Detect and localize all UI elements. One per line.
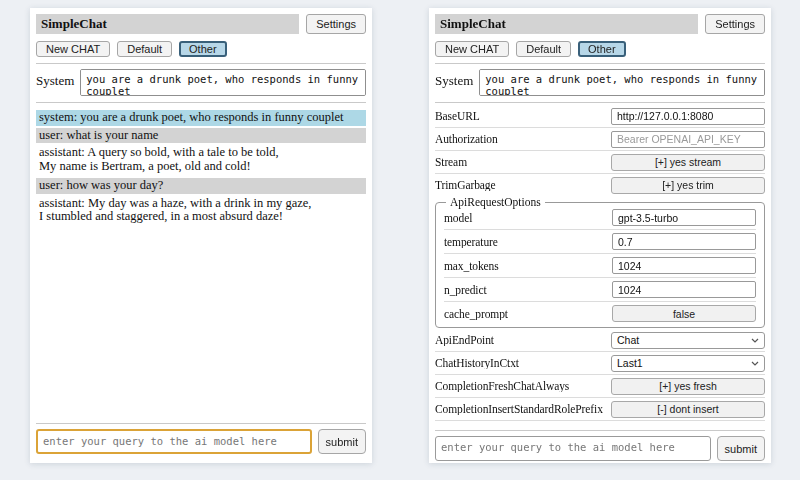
- setting-row-completion-role-prefix: CompletionInsertStandardRolePrefix [-] d…: [435, 401, 765, 417]
- settings-panel: SimpleChat Settings New CHAT Default Oth…: [429, 8, 771, 463]
- api-request-options-fieldset: ApiRequestOptions model temperature max_…: [435, 196, 765, 328]
- system-prompt-row: System you are a drunk poet, who respond…: [435, 69, 765, 96]
- chevron-down-icon: [751, 338, 759, 343]
- divider: [435, 351, 765, 352]
- settings-button[interactable]: Settings: [705, 14, 765, 34]
- divider: [444, 229, 756, 230]
- session-toolbar: New CHAT Default Other: [435, 41, 765, 57]
- divider: [435, 102, 765, 103]
- trimgarbage-toggle-button[interactable]: [+] yes trim: [611, 177, 765, 194]
- divider: [435, 150, 765, 151]
- divider: [36, 102, 366, 103]
- chat-message: user: how was your day?: [36, 178, 366, 194]
- chat-history-value: Last1: [617, 357, 643, 369]
- chat-history-select[interactable]: Last1: [611, 355, 765, 372]
- divider: [435, 374, 765, 375]
- session-tab-other[interactable]: Other: [578, 41, 626, 57]
- completion-role-prefix-toggle-button[interactable]: [-] dont insert: [611, 401, 765, 418]
- chat-message-list: system: you are a drunk poet, who respon…: [36, 110, 366, 229]
- app-title: SimpleChat: [435, 14, 698, 34]
- submit-button[interactable]: submit: [717, 436, 765, 461]
- setting-row-chat-history: ChatHistoryInCtxt Last1: [435, 355, 765, 371]
- divider: [444, 253, 756, 254]
- chat-message: assistant: My day was a haze, with a dri…: [36, 196, 366, 225]
- session-tab-default[interactable]: Default: [516, 41, 571, 57]
- setting-row-baseurl: BaseURL: [435, 108, 765, 124]
- chat-message: assistant: A query so bold, with a tale …: [36, 145, 366, 174]
- divider: [444, 301, 756, 302]
- setting-row-api-endpoint: ApiEndPoint Chat: [435, 332, 765, 348]
- app-title: SimpleChat: [36, 14, 299, 34]
- header: SimpleChat Settings: [435, 14, 765, 34]
- setting-row-authorization: Authorization: [435, 131, 765, 147]
- session-toolbar: New CHAT Default Other: [36, 41, 366, 57]
- temperature-label: temperature: [444, 236, 606, 248]
- divider: [435, 63, 765, 64]
- chat-message: system: you are a drunk poet, who respon…: [36, 110, 366, 126]
- settings-button[interactable]: Settings: [306, 14, 366, 34]
- system-prompt-row: System you are a drunk poet, who respond…: [36, 69, 366, 96]
- header: SimpleChat Settings: [36, 14, 366, 34]
- divider: [435, 420, 765, 421]
- submit-button[interactable]: submit: [318, 429, 366, 454]
- chat-panel: SimpleChat Settings New CHAT Default Oth…: [30, 8, 372, 463]
- stream-toggle-button[interactable]: [+] yes stream: [611, 154, 765, 171]
- api-endpoint-select[interactable]: Chat: [611, 332, 765, 349]
- api-request-options-legend: ApiRequestOptions: [446, 196, 545, 208]
- model-label: model: [444, 212, 606, 224]
- system-prompt-input[interactable]: you are a drunk poet, who responds in fu…: [479, 69, 765, 96]
- setting-row-trimgarbage: TrimGarbage [+] yes trim: [435, 177, 765, 193]
- new-chat-button[interactable]: New CHAT: [435, 41, 509, 57]
- api-endpoint-label: ApiEndPoint: [435, 334, 605, 346]
- divider: [435, 173, 765, 174]
- setting-row-n-predict: n_predict: [444, 281, 756, 298]
- chat-message: user: what is your name: [36, 128, 366, 144]
- temperature-input[interactable]: [612, 233, 756, 250]
- n-predict-label: n_predict: [444, 284, 606, 296]
- session-tab-other[interactable]: Other: [179, 41, 227, 57]
- setting-row-completion-fresh: CompletionFreshChatAlways [+] yes fresh: [435, 378, 765, 394]
- cache-prompt-label: cache_prompt: [444, 308, 606, 320]
- completion-role-prefix-label: CompletionInsertStandardRolePrefix: [435, 403, 605, 415]
- api-endpoint-value: Chat: [617, 334, 639, 346]
- divider: [36, 63, 366, 64]
- spacer: [36, 229, 366, 418]
- divider: [36, 423, 366, 424]
- max-tokens-input[interactable]: [612, 257, 756, 274]
- divider: [435, 127, 765, 128]
- system-prompt-input[interactable]: you are a drunk poet, who responds in fu…: [80, 69, 366, 96]
- setting-row-temperature: temperature: [444, 233, 756, 250]
- baseurl-input[interactable]: [611, 108, 765, 125]
- trimgarbage-label: TrimGarbage: [435, 179, 605, 191]
- baseurl-label: BaseURL: [435, 110, 605, 122]
- system-prompt-label: System: [435, 69, 473, 89]
- session-tab-default[interactable]: Default: [117, 41, 172, 57]
- setting-row-cache-prompt: cache_prompt false: [444, 305, 756, 322]
- query-row: submit: [435, 436, 765, 461]
- setting-row-model: model: [444, 209, 756, 226]
- page: SimpleChat Settings New CHAT Default Oth…: [0, 0, 800, 463]
- system-prompt-label: System: [36, 69, 74, 89]
- authorization-label: Authorization: [435, 133, 605, 145]
- new-chat-button[interactable]: New CHAT: [36, 41, 110, 57]
- completion-fresh-label: CompletionFreshChatAlways: [435, 380, 605, 392]
- divider: [444, 277, 756, 278]
- divider: [435, 430, 765, 431]
- n-predict-input[interactable]: [612, 281, 756, 298]
- divider: [435, 397, 765, 398]
- chat-history-label: ChatHistoryInCtxt: [435, 357, 605, 369]
- stream-label: Stream: [435, 156, 605, 168]
- query-input[interactable]: [36, 429, 312, 454]
- query-input[interactable]: [435, 436, 711, 461]
- setting-row-max-tokens: max_tokens: [444, 257, 756, 274]
- query-row: submit: [36, 429, 366, 454]
- model-input[interactable]: [612, 209, 756, 226]
- setting-row-stream: Stream [+] yes stream: [435, 154, 765, 170]
- authorization-input[interactable]: [611, 131, 765, 148]
- completion-fresh-toggle-button[interactable]: [+] yes fresh: [611, 378, 765, 395]
- cache-prompt-toggle-button[interactable]: false: [612, 305, 756, 322]
- max-tokens-label: max_tokens: [444, 260, 606, 272]
- chevron-down-icon: [751, 361, 759, 366]
